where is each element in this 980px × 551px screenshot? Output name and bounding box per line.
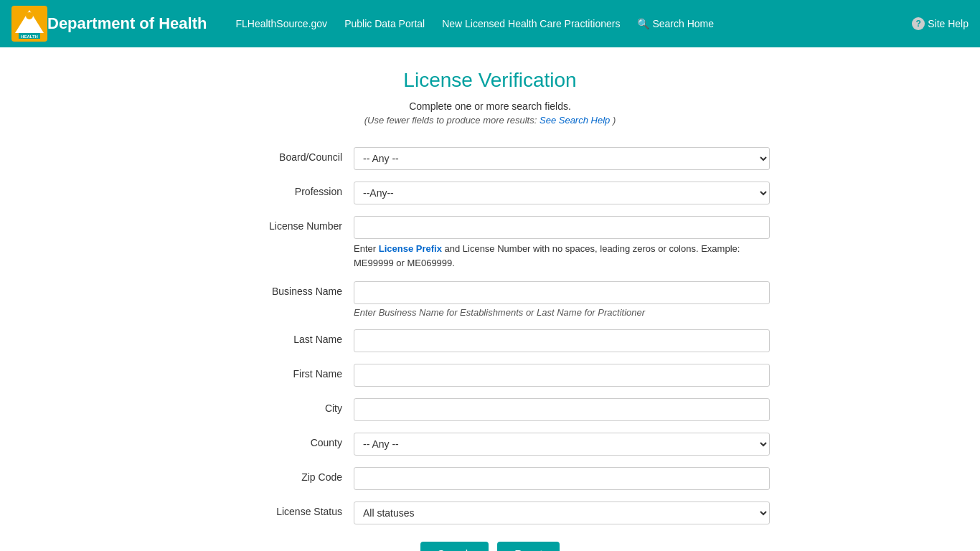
reset-button[interactable]: Reset <box>497 542 560 551</box>
profession-row: Profession --Any-- <box>210 182 770 204</box>
license-hint: Enter License Prefix and License Number … <box>354 242 770 270</box>
board-council-field: -- Any -- <box>354 147 770 170</box>
board-council-label: Board/Council <box>210 147 354 163</box>
county-row: County -- Any -- <box>210 433 770 456</box>
first-name-label: First Name <box>210 364 354 380</box>
city-input[interactable] <box>354 398 770 421</box>
page-subtitle: Complete one or more search fields. <box>14 100 966 112</box>
first-name-field <box>354 364 770 387</box>
nav-search-home[interactable]: 🔍 Search Home <box>637 18 714 29</box>
license-number-input[interactable] <box>354 216 770 239</box>
nav-public-data[interactable]: Public Data Portal <box>344 18 425 29</box>
last-name-input[interactable] <box>354 329 770 352</box>
zip-code-field <box>354 467 770 490</box>
svg-point-2 <box>26 12 33 19</box>
license-number-label: License Number <box>210 216 354 232</box>
business-name-hint: Enter Business Name for Establishments o… <box>354 307 770 318</box>
profession-select[interactable]: --Any-- <box>354 182 770 204</box>
last-name-field <box>354 329 770 352</box>
county-select[interactable]: -- Any -- <box>354 433 770 456</box>
see-search-help-link[interactable]: See Search Help <box>540 115 610 126</box>
license-prefix-link[interactable]: License Prefix <box>379 243 442 254</box>
question-icon: ? <box>912 17 925 30</box>
header-nav: FLHealthSource.gov Public Data Portal Ne… <box>235 18 912 29</box>
board-council-select[interactable]: -- Any -- <box>354 147 770 170</box>
city-field <box>354 398 770 421</box>
profession-label: Profession <box>210 182 354 197</box>
license-status-field: All statuses <box>354 501 770 524</box>
business-name-field: Enter Business Name for Establishments o… <box>354 281 770 318</box>
county-label: County <box>210 433 354 448</box>
florida-health-logo: HEALTH <box>11 6 47 42</box>
license-status-row: License Status All statuses <box>210 501 770 524</box>
business-name-label: Business Name <box>210 281 354 297</box>
site-help-link[interactable]: ? Site Help <box>912 17 969 30</box>
license-number-row: License Number Enter License Prefix and … <box>210 216 770 270</box>
city-label: City <box>210 398 354 414</box>
header-right: ? Site Help <box>912 17 969 30</box>
page-title: License Verification <box>14 69 966 92</box>
zip-code-label: Zip Code <box>210 467 354 483</box>
page-subtitle-help: (Use fewer fields to produce more result… <box>14 115 966 126</box>
logo-container: HEALTH Department of Health <box>11 6 207 42</box>
search-icon: 🔍 <box>637 18 649 29</box>
header: HEALTH Department of Health FLHealthSour… <box>0 0 980 47</box>
form-buttons: Search Reset <box>210 542 770 551</box>
city-row: City <box>210 398 770 421</box>
license-verification-form: Board/Council -- Any -- Profession --Any… <box>210 147 770 551</box>
nav-flhealthsource[interactable]: FLHealthSource.gov <box>235 18 327 29</box>
first-name-input[interactable] <box>354 364 770 387</box>
business-name-input[interactable] <box>354 281 770 304</box>
main-content: License Verification Complete one or mor… <box>0 47 980 551</box>
nav-new-licensed[interactable]: New Licensed Health Care Practitioners <box>442 18 620 29</box>
first-name-row: First Name <box>210 364 770 387</box>
license-number-field: Enter License Prefix and License Number … <box>354 216 770 270</box>
business-name-row: Business Name Enter Business Name for Es… <box>210 281 770 318</box>
profession-field: --Any-- <box>354 182 770 204</box>
license-status-select[interactable]: All statuses <box>354 501 770 524</box>
board-council-row: Board/Council -- Any -- <box>210 147 770 170</box>
zip-code-row: Zip Code <box>210 467 770 490</box>
svg-text:HEALTH: HEALTH <box>21 34 38 39</box>
search-button[interactable]: Search <box>420 542 489 551</box>
zip-code-input[interactable] <box>354 467 770 490</box>
county-field: -- Any -- <box>354 433 770 456</box>
last-name-row: Last Name <box>210 329 770 352</box>
dept-name: Department of Health <box>47 14 207 33</box>
last-name-label: Last Name <box>210 329 354 345</box>
license-status-label: License Status <box>210 501 354 517</box>
